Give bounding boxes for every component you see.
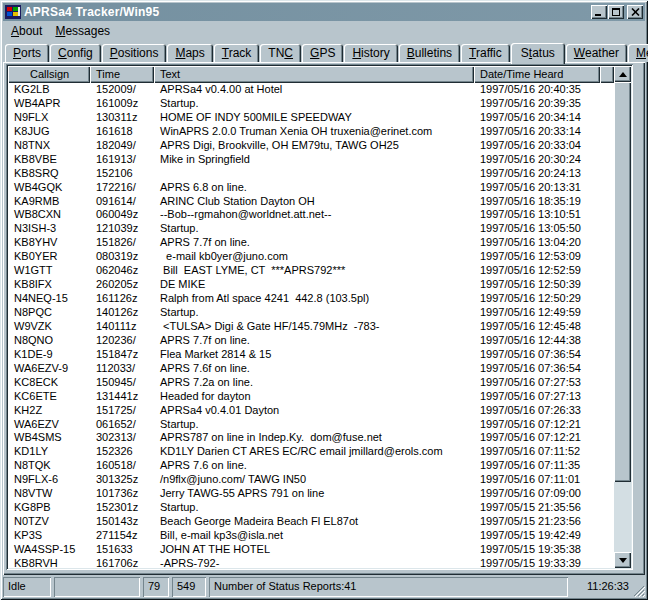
- cell-callsign: KC8ECK: [8, 376, 90, 390]
- cell-text: --Bob--rgmahon@worldnet.att.net--: [154, 208, 474, 222]
- cell-heard: 1997/05/16 18:35:19: [474, 195, 600, 209]
- tab-ports[interactable]: Ports: [5, 44, 49, 62]
- tab-track[interactable]: Track: [214, 44, 260, 62]
- cell-callsign: N0TZV: [8, 515, 90, 529]
- table-row[interactable]: KB8VBE161913/Mike in Springfield1997/05/…: [8, 153, 614, 167]
- table-row[interactable]: KP3S271154zBill, e-mail kp3s@isla.net199…: [8, 529, 614, 543]
- aprs-app-icon: [5, 5, 21, 19]
- cell-text: APRS787 on line in Indep.Ky. dom@fuse.ne…: [154, 431, 474, 445]
- cell-time: 130311z: [90, 111, 154, 125]
- cell-time: 112033/: [90, 362, 154, 376]
- cell-callsign: WB4GQK: [8, 181, 90, 195]
- table-row[interactable]: WB4APR161009zStartup.1997/05/16 20:39:35: [8, 97, 614, 111]
- maximize-button[interactable]: [608, 5, 624, 19]
- column-header-text[interactable]: Text: [154, 66, 474, 83]
- cell-heard: 1997/05/16 20:39:35: [474, 97, 600, 111]
- cell-callsign: KB8RVH: [8, 557, 90, 568]
- table-row[interactable]: WA6EZV061652/Startup.1997/05/16 07:12:21: [8, 418, 614, 432]
- cell-heard: 1997/05/16 07:11:52: [474, 445, 600, 459]
- tab-gps[interactable]: GPS: [302, 44, 343, 62]
- table-row[interactable]: KG8PB152301zStartup.1997/05/15 21:35:56: [8, 501, 614, 515]
- column-header-filler: [600, 66, 614, 83]
- table-row[interactable]: N8QNO120236/APRS 7.7f on line.1997/05/16…: [8, 334, 614, 348]
- table-row[interactable]: W1GTT062046z Bill EAST LYME, CT ***APRS7…: [8, 264, 614, 278]
- table-row[interactable]: KB8IFX260205zDE MIKE1997/05/16 12:50:39: [8, 278, 614, 292]
- table-row[interactable]: N8VTW101736zJerry TAWG-55 APRS 791 on li…: [8, 487, 614, 501]
- tab-bulletins[interactable]: Bulletins: [399, 44, 460, 62]
- table-row[interactable]: WB4GQK172216/APRS 6.8 on line.1997/05/16…: [8, 181, 614, 195]
- scrollbar-track[interactable]: [614, 82, 631, 552]
- tab-positions[interactable]: Positions: [102, 44, 167, 62]
- menu-item-about[interactable]: About: [11, 23, 47, 39]
- column-header-callsign[interactable]: Callsign: [8, 66, 90, 83]
- cell-heard: 1997/05/16 20:33:14: [474, 125, 600, 139]
- table-row[interactable]: WB4SMS302313/APRS787 on line in Indep.Ky…: [8, 431, 614, 445]
- table-row[interactable]: K8JUG161618WinAPRS 2.0.0 Truman Xenia OH…: [8, 125, 614, 139]
- cell-text: KD1LY Darien CT ARES EC/RC email jmillar…: [154, 445, 474, 459]
- menu-item-messages[interactable]: Messages: [55, 23, 115, 39]
- table-row[interactable]: N9FLX130311zHOME OF INDY 500MILE SPEEDWA…: [8, 111, 614, 125]
- tab-weather[interactable]: Weather: [566, 44, 627, 62]
- window-title: APRSa4 Tracker/Win95: [24, 5, 588, 19]
- cell-heard: 1997/05/16 12:45:48: [474, 320, 600, 334]
- table-row[interactable]: KB8YHV151826/APRS 7.7f on line.1997/05/1…: [8, 236, 614, 250]
- vertical-scrollbar[interactable]: [614, 66, 631, 568]
- cell-text: APRS 7.7f on line.: [154, 334, 474, 348]
- tab-config[interactable]: Config: [50, 44, 101, 62]
- minimize-button[interactable]: [591, 5, 607, 19]
- close-button[interactable]: [627, 5, 643, 19]
- table-row[interactable]: KA9RMB091614/ARINC Club Station Dayton O…: [8, 195, 614, 209]
- table-row[interactable]: K1DE-9151847zFlea Market 2814 & 151997/0…: [8, 348, 614, 362]
- tab-history[interactable]: History: [344, 44, 397, 62]
- table-row[interactable]: W9VZK140111z <TULSA> Digi & Gate HF/145.…: [8, 320, 614, 334]
- table-row[interactable]: KD1LY152326KD1LY Darien CT ARES EC/RC em…: [8, 445, 614, 459]
- table-row[interactable]: KH2Z151725/APRSa4 v0.4.01 Dayton1997/05/…: [8, 404, 614, 418]
- table-row[interactable]: KB8SRQ1521061997/05/16 20:24:13: [8, 167, 614, 181]
- cell-text: APRSa4 v0.4.01 Dayton: [154, 404, 474, 418]
- table-row[interactable]: N9FLX-6301325z/n9flx@juno.com/ TAWG IN50…: [8, 473, 614, 487]
- tab-status[interactable]: Status: [511, 43, 565, 64]
- table-row[interactable]: KB8RVH161706z-APRS-792-1997/05/15 19:33:…: [8, 557, 614, 568]
- tab-tnc[interactable]: TNC: [260, 44, 301, 62]
- status-value-1: 79: [143, 577, 169, 597]
- tab-traffic[interactable]: Traffic: [461, 44, 510, 62]
- table-row[interactable]: N8TQK160518/APRS 7.6 on line.1997/05/16 …: [8, 459, 614, 473]
- table-row[interactable]: KC6ETE131441zHeaded for dayton1997/05/16…: [8, 390, 614, 404]
- cell-time: 260205z: [90, 278, 154, 292]
- scrollbar-thumb[interactable]: [614, 82, 631, 482]
- cell-time: 152326: [90, 445, 154, 459]
- table-row[interactable]: WB8CXN060049z--Bob--rgmahon@worldnet.att…: [8, 208, 614, 222]
- tab-maps[interactable]: Maps: [167, 44, 212, 62]
- cell-text: Ralph from Atl space 4241 442.8 (103.5pl…: [154, 292, 474, 306]
- cell-callsign: N8QNO: [8, 334, 90, 348]
- scroll-down-button[interactable]: [614, 552, 631, 568]
- cell-callsign: N8PQC: [8, 306, 90, 320]
- column-header-heard[interactable]: Date/Time Heard: [474, 66, 600, 83]
- cell-heard: 1997/05/16 07:12:21: [474, 431, 600, 445]
- table-row[interactable]: N8TNX182049/APRS Digi, Brookville, OH EM…: [8, 139, 614, 153]
- cell-time: 151633: [90, 543, 154, 557]
- cell-time: 131441z: [90, 390, 154, 404]
- title-bar[interactable]: APRSa4 Tracker/Win95: [3, 3, 645, 21]
- table-row[interactable]: N4NEQ-15161126zRalph from Atl space 4241…: [8, 292, 614, 306]
- table-row[interactable]: KG2LB152009/APRSa4 v0.4.00 at Hotel1997/…: [8, 83, 614, 97]
- table-row[interactable]: N8PQC140126zStartup.1997/05/16 12:49:59: [8, 306, 614, 320]
- cell-time: 140126z: [90, 306, 154, 320]
- table-row[interactable]: N3ISH-3121039zStartup.1997/05/16 13:05:5…: [8, 222, 614, 236]
- table-row[interactable]: N0TZV150143zBeach George Madeira Beach F…: [8, 515, 614, 529]
- cell-callsign: N8TNX: [8, 139, 90, 153]
- table-row[interactable]: KB0YER080319z e-mail kb0yer@juno.com1997…: [8, 250, 614, 264]
- resize-grip[interactable]: [632, 581, 645, 597]
- table-row[interactable]: WA4SSP-15151633JOHN AT THE HOTEL1997/05/…: [8, 543, 614, 557]
- table-row[interactable]: KC8ECK150945/APRS 7.2a on line.1997/05/1…: [8, 376, 614, 390]
- cell-callsign: KA9RMB: [8, 195, 90, 209]
- cell-text: <TULSA> Digi & Gate HF/145.79MHz -783-: [154, 320, 474, 334]
- scroll-up-button[interactable]: [614, 66, 631, 82]
- cell-callsign: KH2Z: [8, 404, 90, 418]
- table-row[interactable]: WA6EZV-9112033/APRS 7.6f on line.1997/05…: [8, 362, 614, 376]
- column-header-time[interactable]: Time: [90, 66, 154, 83]
- app-icon[interactable]: [5, 5, 21, 19]
- tab-messages[interactable]: Messages: [628, 44, 648, 62]
- cell-callsign: KB8SRQ: [8, 167, 90, 181]
- cell-heard: 1997/05/16 07:12:21: [474, 418, 600, 432]
